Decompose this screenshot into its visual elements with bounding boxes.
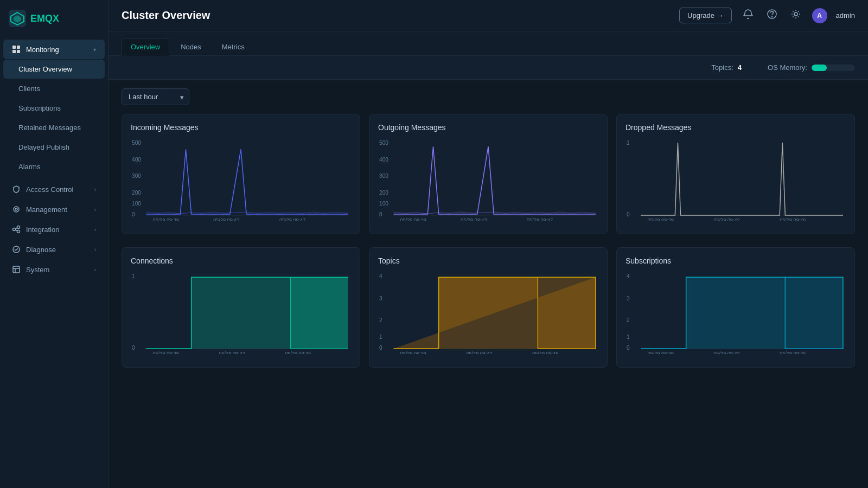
- help-button[interactable]: [764, 7, 780, 24]
- sidebar-item-access-control[interactable]: Access Control ›: [3, 179, 105, 199]
- sidebar-label-cluster-overview: Cluster Overview: [18, 65, 96, 73]
- topics-stat: Topics: 4: [711, 63, 742, 72]
- svg-line-12: [15, 228, 17, 229]
- svg-point-10: [17, 226, 20, 229]
- chart-area-topics: 4 3 2 1 0 05/29 09:39 05/29 09:42 05/2: [378, 272, 598, 358]
- system-icon: [12, 265, 21, 274]
- svg-text:300: 300: [379, 173, 388, 179]
- chart-subscriptions: Subscriptions 4 3 2 1 0 05/29 09:39: [616, 247, 855, 368]
- sidebar-label-monitoring: Monitoring: [26, 46, 88, 54]
- content-area: Overview Nodes Metrics Topics: 4 OS Memo…: [108, 31, 868, 488]
- svg-text:2: 2: [379, 317, 382, 323]
- chart-title-outgoing: Outgoing Messages: [378, 123, 598, 132]
- svg-text:400: 400: [379, 157, 388, 163]
- chart-svg-outgoing: 500 400 300 200 100 0 05/29 09:39 05/29 …: [378, 138, 598, 221]
- sidebar-label-management: Management: [26, 206, 89, 214]
- svg-text:0: 0: [379, 345, 382, 351]
- upgrade-button[interactable]: Upgrade →: [679, 8, 731, 23]
- chart-dropped-messages: Dropped Messages 1 0 05/29 09:39 05/29 0…: [616, 114, 855, 234]
- upgrade-label: Upgrade →: [687, 11, 723, 20]
- chart-outgoing-messages: Outgoing Messages 500 400 300 200 100 0 …: [369, 114, 608, 234]
- time-select[interactable]: Last hour Last 6 hours Last 24 hours Las…: [122, 88, 189, 105]
- monitoring-chevron: ▾: [93, 47, 96, 53]
- sidebar-item-diagnose[interactable]: Diagnose ›: [3, 240, 105, 259]
- svg-rect-4: [17, 46, 20, 49]
- memory-bar: [812, 65, 855, 71]
- notifications-button[interactable]: [741, 7, 756, 24]
- sidebar-nav: Monitoring ▾ Cluster Overview Clients Su…: [0, 37, 108, 488]
- tab-nodes[interactable]: Nodes: [171, 38, 210, 56]
- svg-marker-75: [641, 277, 785, 349]
- chart-title-incoming: Incoming Messages: [131, 123, 351, 132]
- sidebar-item-delayed-publish[interactable]: Delayed Publish: [3, 138, 105, 157]
- svg-line-13: [15, 230, 17, 231]
- sidebar-item-monitoring[interactable]: Monitoring ▾: [3, 40, 105, 59]
- svg-text:05/29 09:46: 05/29 09:46: [780, 217, 806, 221]
- svg-text:05/29 09:42: 05/29 09:42: [219, 351, 245, 354]
- svg-text:4: 4: [379, 273, 382, 279]
- svg-text:05/29 09:46: 05/29 09:46: [285, 351, 311, 354]
- svg-rect-5: [12, 50, 16, 53]
- svg-text:200: 200: [379, 190, 388, 196]
- sidebar-item-system[interactable]: System ›: [3, 260, 105, 279]
- svg-text:0: 0: [627, 211, 630, 217]
- svg-point-19: [771, 17, 772, 17]
- access-control-chevron: ›: [94, 187, 96, 192]
- sidebar-label-integration: Integration: [26, 226, 89, 234]
- stats-strip: Topics: 4 OS Memory:: [108, 56, 868, 80]
- svg-text:1: 1: [379, 334, 382, 340]
- svg-rect-6: [17, 50, 20, 53]
- time-filter-wrapper: Last hour Last 6 hours Last 24 hours Las…: [122, 88, 189, 105]
- sidebar-item-management[interactable]: Management ›: [3, 200, 105, 219]
- chart-title-connections: Connections: [131, 256, 351, 265]
- memory-fill: [812, 65, 827, 71]
- integration-icon: [12, 225, 21, 234]
- svg-text:05/29 09:46: 05/29 09:46: [780, 351, 806, 354]
- sidebar-item-alarms[interactable]: Alarms: [3, 157, 105, 176]
- svg-text:300: 300: [132, 173, 141, 179]
- svg-text:2: 2: [627, 317, 630, 323]
- logo[interactable]: EMQX: [0, 0, 108, 37]
- chart-title-dropped: Dropped Messages: [626, 123, 846, 132]
- svg-point-8: [15, 208, 17, 210]
- svg-rect-15: [13, 266, 20, 273]
- charts-row-1: Incoming Messages 500 400 300 200 100 0: [108, 110, 868, 243]
- sidebar-item-subscriptions[interactable]: Subscriptions: [3, 99, 105, 118]
- sidebar-item-retained-messages[interactable]: Retained Messages: [3, 118, 105, 137]
- sidebar-item-cluster-overview[interactable]: Cluster Overview: [3, 60, 105, 79]
- main-content: Cluster Overview Upgrade →: [108, 0, 868, 488]
- svg-text:0: 0: [379, 211, 382, 217]
- tab-overview[interactable]: Overview: [122, 38, 169, 56]
- svg-text:3: 3: [627, 296, 630, 301]
- help-icon: [767, 9, 777, 20]
- chart-area-dropped: 1 0 05/29 09:39 05/29 09:42 05/29 09:46: [626, 138, 846, 225]
- chart-svg-connections: 1 0 05/29 09:39 05/29 09:42 05/29 09:46: [131, 272, 351, 354]
- sidebar-label-retained-messages: Retained Messages: [18, 124, 96, 132]
- sidebar-item-integration[interactable]: Integration ›: [3, 220, 105, 239]
- topics-label: Topics:: [711, 63, 733, 72]
- svg-marker-65: [538, 277, 596, 349]
- chart-area-incoming: 500 400 300 200 100 0 05/29 09:39: [131, 138, 351, 225]
- logo-text: EMQX: [30, 13, 59, 24]
- svg-point-11: [17, 230, 20, 233]
- settings-button[interactable]: [788, 7, 803, 24]
- chart-incoming-messages: Incoming Messages 500 400 300 200 100 0: [122, 114, 360, 234]
- management-chevron: ›: [94, 207, 96, 213]
- tabs-bar: Overview Nodes Metrics: [108, 31, 868, 56]
- nav-section-monitoring: Monitoring ▾ Cluster Overview Clients Su…: [0, 37, 108, 179]
- sidebar-label-clients: Clients: [18, 85, 96, 93]
- sidebar-item-clients[interactable]: Clients: [3, 79, 105, 98]
- admin-label: admin: [836, 11, 855, 20]
- sidebar-label-subscriptions: Subscriptions: [18, 104, 96, 112]
- sidebar-label-diagnose: Diagnose: [26, 246, 89, 254]
- svg-text:1: 1: [627, 140, 630, 146]
- svg-point-20: [794, 12, 797, 16]
- page-title: Cluster Overview: [122, 9, 210, 22]
- svg-text:05/29 09:39: 05/29 09:39: [400, 217, 426, 221]
- svg-text:05/29 09:47: 05/29 09:47: [279, 217, 305, 221]
- tab-metrics[interactable]: Metrics: [213, 38, 254, 56]
- svg-text:05/29 09:39: 05/29 09:39: [400, 351, 426, 354]
- chart-topics: Topics 4 3 2 1 0 05/29 09:39: [369, 247, 608, 368]
- charts-row-2: Connections 1 0 05/29 09:39: [108, 243, 868, 376]
- svg-text:0: 0: [132, 345, 135, 351]
